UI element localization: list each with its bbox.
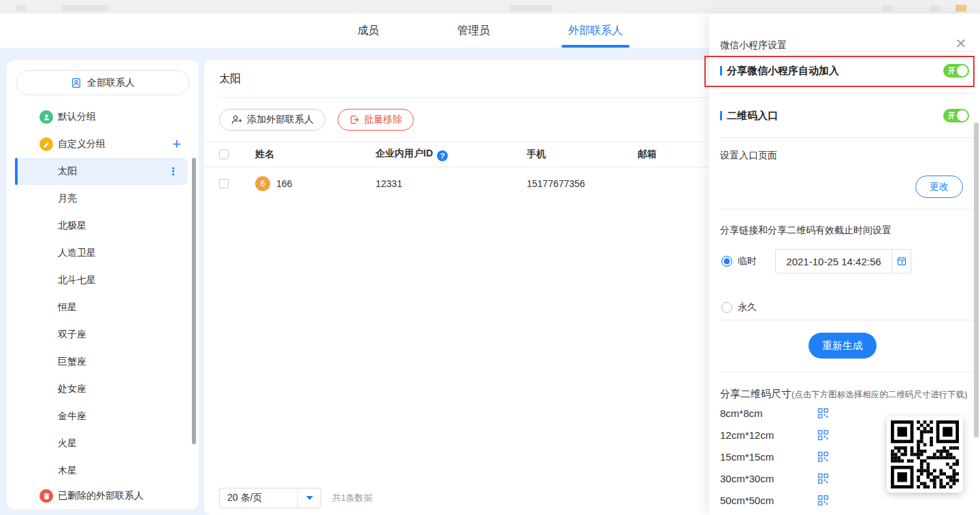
row-checkbox[interactable] [219,179,229,188]
sidebar-item-default-group[interactable]: 默认分组 [7,103,199,131]
toggle-knob [957,65,968,76]
table-row[interactable]: 6 166 12331 15177677356 [204,167,718,200]
group-label: 北斗七星 [58,274,96,286]
qr-download-icon[interactable] [817,408,829,419]
calendar-icon[interactable] [892,250,911,273]
regenerate-button[interactable]: 重新生成 [808,333,877,359]
deleted-contacts-label: 已删除的外部联系人 [58,490,144,502]
radio-permanent[interactable] [721,302,732,313]
divider [720,93,975,94]
qr-download-icon[interactable] [817,429,829,441]
qr-download-icon[interactable] [817,473,829,484]
validity-label: 分享链接和分享二维码有效截止时间设置 [720,225,892,237]
background-header-strip [0,0,980,14]
tab-external-contacts[interactable]: 外部联系人 [561,14,630,48]
sidebar-item-custom-group[interactable]: 自定义分组 + [7,131,199,158]
qr-size-row: 50cm*50cm [720,489,829,511]
temporary-label: 临时 [738,255,757,267]
add-external-contact-button[interactable]: 添加外部联系人 [219,109,325,131]
group-label: 火星 [58,437,77,450]
tab-members[interactable]: 成员 [350,14,386,48]
sidebar-group-item[interactable]: 北斗七星 [15,267,188,294]
group-more-icon[interactable]: ⋮ [168,165,178,178]
qr-download-icon[interactable] [817,495,829,506]
header-phone: 手机 [527,148,638,161]
default-group-label: 默认分组 [58,111,96,123]
divider [720,209,975,210]
qr-download-icon[interactable] [817,451,829,463]
sidebar-group-item[interactable]: 人造卫星 [15,239,188,267]
sidebar-group-item[interactable]: 火星 [15,430,188,457]
header-user-id: 企业内用户ID? [376,148,527,161]
pencil-icon [39,137,53,151]
contacts-book-icon [71,78,82,88]
person-add-icon [231,114,243,125]
all-contacts-label: 全部联系人 [87,77,135,89]
page-size-select[interactable]: 20 条/页 [219,488,321,508]
sidebar-group-item[interactable]: 木星 [15,457,188,484]
qr-size-row: 15cm*15cm [720,446,829,467]
qr-size-row: 12cm*12cm [720,424,829,446]
background-ghost-icon [16,5,26,12]
add-group-icon[interactable]: + [172,137,181,152]
permanent-option-row: 永久 [721,299,757,316]
auto-join-label: 分享微信小程序自动加入 [727,65,839,78]
datetime-value[interactable]: 2021-10-25 14:42:56 [776,250,892,273]
divider [720,137,975,138]
select-arrow-box [297,488,321,508]
drawer-scrollbar[interactable] [974,122,979,437]
toggle-knob [957,110,968,121]
divider [720,371,975,372]
group-label: 处女座 [58,383,86,395]
qr-size-label: 8cm*8cm [720,408,763,419]
change-button[interactable]: 更改 [915,176,963,198]
section-accent-bar [720,111,722,120]
radio-temporary[interactable] [721,256,732,267]
close-icon[interactable]: ✕ [953,35,969,52]
qr-size-label: 30cm*30cm [720,473,774,484]
qr-entry-label: 二维码入口 [727,110,778,122]
divider [219,97,718,98]
sidebar-group-item[interactable]: 处女座 [15,376,188,403]
sidebar-group-item[interactable]: 双子座 [15,321,188,348]
sidebar-item-deleted-contacts[interactable]: 已删除的外部联系人 [7,484,199,508]
group-list: 默认分组 自定义分组 + 太阳 ⋮ 月亮 北极星 人造卫星 北斗七星 恒星 双子… [7,103,199,508]
toggle-on-label: 开 [948,111,956,121]
group-label: 金牛座 [58,410,86,422]
contact-user-id: 12331 [376,178,527,189]
group-label: 人造卫星 [58,247,96,259]
sidebar-group-item[interactable]: 金牛座 [15,403,188,430]
table-header-row: 姓名 企业内用户ID? 手机 邮箱 [204,142,718,167]
sidebar-group-item-selected[interactable]: 太阳 ⋮ [15,158,188,185]
contacts-sidebar: 全部联系人 默认分组 自定义分组 + 太阳 ⋮ 月亮 北极星 人造卫星 北斗七星… [7,60,199,510]
sidebar-group-item[interactable]: 恒星 [15,294,188,321]
qr-entry-row: 二维码入口 开 [720,101,969,131]
sidebar-group-item[interactable]: 月亮 [15,185,188,212]
person-icon [39,110,53,124]
header-name: 姓名 [255,148,376,161]
group-label: 月亮 [58,193,77,205]
select-all-checkbox[interactable] [219,150,229,159]
chevron-down-icon [306,496,313,500]
all-contacts-button[interactable]: 全部联系人 [16,70,189,95]
total-count-label: 共1条数据 [332,492,372,504]
group-label: 木星 [58,465,77,477]
section-accent-bar [720,66,722,76]
sidebar-group-item[interactable]: 北极星 [15,212,188,239]
batch-remove-label: 批量移除 [364,114,402,126]
page-size-value: 20 条/页 [220,492,297,504]
help-icon[interactable]: ? [437,150,448,161]
auto-join-toggle[interactable]: 开 [943,64,969,78]
qr-size-title: 分享二维码尺寸(点击下方图标选择相应的二维码尺寸进行下载) [720,388,967,401]
sidebar-scrollbar[interactable] [192,158,196,444]
qr-entry-toggle[interactable]: 开 [943,109,969,122]
trash-icon [39,489,53,503]
group-label: 恒星 [58,301,77,314]
background-ghost-icon [930,5,941,12]
sidebar-group-item[interactable]: 巨蟹座 [15,348,188,376]
toggle-on-label: 开 [948,66,956,76]
contact-name: 166 [276,178,292,189]
tab-admins[interactable]: 管理员 [451,14,497,48]
batch-remove-button[interactable]: 批量移除 [338,109,414,131]
miniprogram-settings-drawer: 微信小程序设置 ✕ 分享微信小程序自动加入 开 二维码入口 开 设置入口页面 更… [709,14,980,515]
